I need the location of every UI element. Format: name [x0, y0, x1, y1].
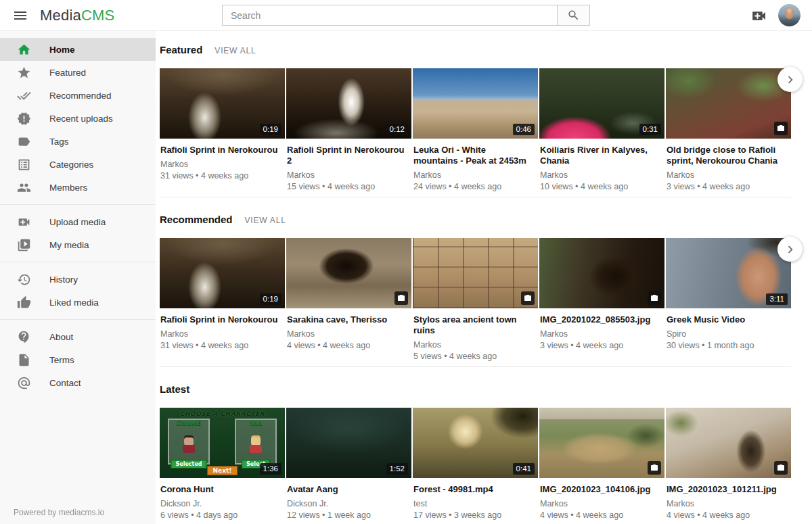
media-card-info: Avatar Aang Dickson Jr. 12 views • 1 wee…: [286, 478, 411, 524]
sidebar-item-label: Home: [49, 45, 75, 55]
search-input[interactable]: [223, 5, 557, 25]
media-thumbnail[interactable]: 0:12: [286, 68, 411, 139]
chevron-right-icon: [783, 72, 798, 87]
media-meta: 17 views • 3 weeks ago: [413, 510, 531, 520]
sidebar-item-upload-media[interactable]: Upload media: [0, 210, 156, 233]
media-card: Stylos area ancient town ruins Markos 5 …: [413, 238, 538, 366]
media-thumbnail[interactable]: CHOOSE A CHARACTER KWAME Selected YAA Se…: [160, 408, 285, 478]
sidebar-item-liked-media[interactable]: Liked media: [0, 291, 156, 314]
media-author[interactable]: Markos: [540, 329, 658, 339]
media-thumbnail[interactable]: [539, 408, 664, 478]
view-all-link[interactable]: VIEW ALL: [245, 216, 286, 225]
sidebar-item-categories[interactable]: Categories: [0, 153, 156, 176]
sidebar-item-featured[interactable]: Featured: [0, 61, 156, 84]
sidebar-item-label: History: [49, 275, 78, 285]
media-thumbnail[interactable]: [413, 238, 538, 308]
at-icon: [17, 376, 31, 390]
sidebar-item-home[interactable]: Home: [0, 38, 156, 61]
media-author[interactable]: Markos: [540, 170, 658, 180]
mediacms-logo[interactable]: MediaCMS: [40, 7, 114, 24]
media-thumbnail[interactable]: 0:46: [413, 68, 538, 139]
media-card: 0:31 Koiliaris River in Kalyves, Chania …: [539, 68, 664, 197]
media-author[interactable]: Markos: [667, 499, 784, 508]
media-author[interactable]: Markos: [667, 170, 784, 180]
media-title[interactable]: IMG_20201023_104106.jpg: [540, 484, 658, 495]
image-type-badge: [648, 291, 661, 305]
video-upload-icon[interactable]: [750, 7, 767, 24]
powered-by-link[interactable]: Powered by mediacms.io: [14, 508, 104, 517]
media-title[interactable]: Rafioli Sprint in Nerokourou 2: [287, 145, 405, 166]
carousel-next-button[interactable]: [777, 67, 803, 92]
section-latest: Latest CHOOSE A CHARACTER KWAME Selected…: [160, 383, 791, 524]
media-author[interactable]: Spiro: [667, 329, 784, 339]
view-all-link[interactable]: VIEW ALL: [215, 46, 256, 55]
media-title[interactable]: Greek Music Video: [667, 314, 784, 325]
section-recommended: RecommendedVIEW ALL 0:19 Rafioli Sprint …: [160, 214, 791, 367]
sidebar-item-label: Tags: [49, 137, 69, 147]
media-author[interactable]: Markos: [160, 329, 278, 339]
media-title[interactable]: IMG_20201023_101211.jpg: [667, 484, 784, 495]
media-author[interactable]: Markos: [413, 170, 531, 180]
media-thumbnail[interactable]: [666, 68, 791, 139]
media-thumbnail[interactable]: 0:19: [160, 238, 285, 308]
media-title[interactable]: Koiliaris River in Kalyves, Chania: [540, 145, 658, 166]
main-content: FeaturedVIEW ALL 0:19 Rafioli Sprint in …: [156, 31, 812, 524]
image-type-badge: [774, 122, 788, 135]
media-author[interactable]: Markos: [287, 170, 405, 180]
media-card-info: Leuka Ori - White mountains - Peak at 24…: [413, 139, 538, 197]
media-author[interactable]: Markos: [413, 340, 531, 350]
section-header: FeaturedVIEW ALL: [160, 44, 791, 55]
media-card: 0:12 Rafioli Sprint in Nerokourou 2 Mark…: [286, 68, 411, 197]
media-author[interactable]: Markos: [160, 160, 278, 169]
sidebar-item-history[interactable]: History: [0, 268, 156, 291]
sidebar-item-contact[interactable]: Contact: [0, 371, 156, 394]
media-thumbnail[interactable]: 3:11: [666, 238, 791, 308]
carousel-next-button[interactable]: [777, 237, 803, 262]
media-thumbnail[interactable]: 0:19: [160, 68, 285, 139]
media-title[interactable]: Avatar Aang: [287, 484, 405, 495]
sidebar-item-terms[interactable]: Terms: [0, 348, 156, 371]
user-avatar[interactable]: [778, 4, 800, 26]
media-author[interactable]: Dickson Jr.: [160, 499, 278, 508]
media-author[interactable]: Dickson Jr.: [287, 499, 405, 508]
sidebar-item-recent-uploads[interactable]: Recent uploads: [0, 107, 156, 130]
sidebar-item-label: Terms: [49, 355, 74, 365]
media-author[interactable]: Markos: [540, 499, 658, 508]
media-thumbnail[interactable]: [666, 408, 791, 478]
media-title[interactable]: Corona Hunt: [160, 484, 278, 495]
media-title[interactable]: Old bridge close to Rafioli sprint, Nero…: [667, 145, 784, 166]
media-thumbnail[interactable]: [286, 238, 411, 308]
search-button[interactable]: [557, 5, 589, 25]
search-bar: [222, 5, 590, 26]
media-title[interactable]: Stylos area ancient town ruins: [413, 314, 531, 336]
media-meta: 5 views • 4 weeks ago: [413, 352, 531, 361]
card-row: 0:19 Rafioli Sprint in Nerokourou Markos…: [160, 68, 791, 197]
media-thumbnail[interactable]: 1:52: [286, 408, 411, 478]
media-title[interactable]: IMG_20201022_085503.jpg: [540, 314, 658, 325]
top-header: MediaCMS: [0, 0, 812, 31]
sidebar-item-my-media[interactable]: My media: [0, 233, 156, 256]
media-title[interactable]: Forest - 49981.mp4: [413, 484, 531, 495]
media-title[interactable]: Rafioli Sprint in Nerokourou: [160, 145, 278, 156]
media-meta: 15 views • 4 weeks ago: [287, 182, 405, 191]
section-featured: FeaturedVIEW ALL 0:19 Rafioli Sprint in …: [160, 44, 791, 197]
camera-icon: [397, 294, 405, 302]
media-thumbnail[interactable]: 0:31: [539, 68, 664, 139]
sidebar-item-recommended[interactable]: Recommended: [0, 84, 156, 107]
media-thumbnail[interactable]: 0:41: [413, 408, 538, 478]
media-card: 0:19 Rafioli Sprint in Nerokourou Markos…: [160, 68, 285, 197]
media-author[interactable]: test: [413, 499, 531, 508]
sidebar-item-about[interactable]: About: [0, 325, 156, 348]
media-author[interactable]: Markos: [287, 329, 405, 339]
media-title[interactable]: Rafioli Sprint in Nerokourou: [160, 314, 278, 325]
sidebar-item-members[interactable]: Members: [0, 176, 156, 199]
duration-badge: 0:19: [260, 124, 281, 135]
camera-icon: [650, 464, 658, 472]
image-type-badge: [394, 291, 408, 305]
media-title[interactable]: Leuka Ori - White mountains - Peak at 24…: [413, 145, 531, 166]
media-thumbnail[interactable]: [539, 238, 664, 308]
sidebar-item-tags[interactable]: Tags: [0, 130, 156, 153]
media-title[interactable]: Sarakina cave, Therisso: [287, 314, 405, 325]
media-card: 1:52 Avatar Aang Dickson Jr. 12 views • …: [286, 408, 411, 524]
menu-icon[interactable]: [12, 7, 28, 24]
